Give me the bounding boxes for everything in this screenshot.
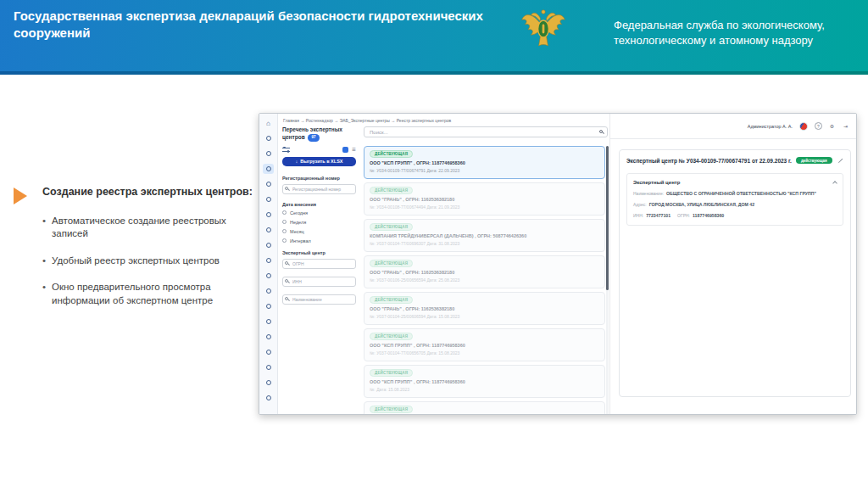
module-glyph xyxy=(266,212,271,217)
card-content: ДЕЙСТВУЮЩАЯООО "ГРАНЬ" , ОГРН: 116253638… xyxy=(370,187,599,210)
module-icon[interactable] xyxy=(263,148,274,159)
bullet-dot-icon: • xyxy=(42,215,46,241)
detail-label: Адрес: xyxy=(633,202,647,207)
radio-icon[interactable] xyxy=(282,220,287,224)
logout-icon[interactable]: ⇥ xyxy=(842,122,849,130)
expert-center-card[interactable]: ДЕЙСТВУЮЩАЯООО "КСП ГРУПП" , ОГРН: 11877… xyxy=(364,146,605,179)
feature-bullet-text: Окно предварительного просмотра информац… xyxy=(52,281,253,307)
module-icon[interactable] xyxy=(263,194,274,204)
expert-center-card[interactable]: ДЕЙСТВУЮЩАЯКОМПАНИЯ ТРЕЙДУНИВЕРСАЛ (ДАЛЬ… xyxy=(364,219,605,252)
scrollbar-thumb[interactable] xyxy=(606,146,609,290)
feature-bullet: •Окно предварительного просмотра информа… xyxy=(42,281,253,307)
list-view-icon[interactable]: ≡ xyxy=(352,147,356,153)
module-icon[interactable] xyxy=(263,362,274,372)
list-panel-title: Перечень экспертных центров 97 xyxy=(282,126,356,142)
card-meta: №: У034-00108-77/00674494 Дата: 21.09.20… xyxy=(370,204,599,210)
module-icon[interactable] xyxy=(263,179,274,189)
expert-center-card[interactable]: ДЕЙСТВУЮЩАЯООО "ГРАНЬ" , ОГРН: 116253638… xyxy=(364,255,605,288)
slide-title: Государственная экспертиза деклараций бе… xyxy=(14,8,522,41)
reg-number-input[interactable] xyxy=(282,184,356,194)
status-badge: действующая xyxy=(796,157,832,164)
card-name: ООО "КСП ГРУПП" , ОГРН: 1187746958360 xyxy=(370,379,599,384)
radio-label: Сегодня xyxy=(290,210,308,216)
list-scrollbar[interactable] xyxy=(606,146,609,415)
filter-field-wrap xyxy=(282,294,356,305)
home-icon[interactable]: ⌂ xyxy=(263,118,274,128)
reg-number-label: Регистрационный номер xyxy=(282,176,356,181)
module-icon[interactable] xyxy=(263,347,274,357)
card-status-badge: ДЕЙСТВУЮЩАЯ xyxy=(370,369,413,377)
module-icon[interactable] xyxy=(263,225,274,235)
radio-icon[interactable] xyxy=(282,229,287,233)
expert-center-filter-label: Экспертный центр xyxy=(282,250,356,255)
filter-input-огрн[interactable] xyxy=(282,259,356,269)
feature-heading: Создание реестра экспертных центров: xyxy=(42,185,253,199)
module-icon[interactable] xyxy=(263,271,274,281)
detail-section-title: Экспертный центр xyxy=(633,180,680,185)
card-meta: №: Дата: 15.08.2023 xyxy=(370,387,599,392)
module-icon[interactable] xyxy=(263,240,274,250)
radio-label: Месяц xyxy=(290,229,304,234)
detail-section-head[interactable]: Экспертный центр xyxy=(633,180,837,185)
expert-center-card[interactable]: ДЕЙСТВУЮЩАЯООО "ГРАНЬ" , ОГРН: 116253638… xyxy=(364,182,605,216)
module-icon[interactable] xyxy=(263,255,274,266)
module-icon[interactable] xyxy=(263,316,274,327)
search-input[interactable] xyxy=(364,126,608,137)
card-name: ООО "КСП ГРУПП" , ОГРН: 1187746958360 xyxy=(370,160,599,165)
feature-list: •Автоматическое создание реестровых запи… xyxy=(42,215,253,308)
module-icon[interactable] xyxy=(263,378,274,388)
card-name: КОМПАНИЯ ТРЕЙДУНИВЕРСАЛ (ДАЛЬЧЕНВ) , ОГР… xyxy=(370,233,599,238)
rostechnadzor-emblem xyxy=(519,4,568,53)
module-icon[interactable] xyxy=(263,301,274,311)
slide-header: Государственная экспертиза деклараций бе… xyxy=(0,0,868,71)
card-status-badge: ДЕЙСТВУЮЩАЯ xyxy=(370,296,413,304)
detail-label: Наименование: xyxy=(633,191,664,196)
date-option[interactable]: Месяц xyxy=(282,229,356,234)
expert-center-card[interactable]: ДЕЙСТВУЮЩАЯООО "ГРАНЬ" , ОГРН: 116253638… xyxy=(364,401,605,415)
filter-input-наименование[interactable] xyxy=(282,294,356,305)
detail-section: Экспертный центр Наименование:ОБЩЕСТВО С… xyxy=(626,173,843,226)
search-icon xyxy=(285,261,288,265)
search-icon xyxy=(285,187,288,190)
detail-row: Адрес:ГОРОД МОСКВА, УЛИЦА ЛЮБЛИНСКАЯ, ДО… xyxy=(633,202,837,207)
date-option[interactable]: Сегодня xyxy=(282,210,356,216)
breadcrumb[interactable]: Главная → Ростехнадзор → ЭАБ_Экспертные … xyxy=(283,118,451,123)
module-glyph xyxy=(266,350,271,355)
module-icon[interactable] xyxy=(263,133,274,143)
module-glyph xyxy=(266,380,271,385)
module-icon[interactable] xyxy=(263,164,274,174)
module-glyph xyxy=(266,304,271,309)
module-glyph xyxy=(266,319,271,324)
filter-input-инн[interactable] xyxy=(282,277,356,287)
expert-center-card[interactable]: ДЕЙСТВУЮЩАЯООО "КСП ГРУПП" , ОГРН: 11877… xyxy=(364,328,605,361)
card-content: ДЕЙСТВУЮЩАЯКОМПАНИЯ ТРЕЙДУНИВЕРСАЛ (ДАЛЬ… xyxy=(370,223,599,246)
detail-row: ИНН:7723477101ОГРН:1187746958360 xyxy=(633,213,837,218)
filter-sliders-icon[interactable] xyxy=(282,147,290,153)
radio-icon[interactable] xyxy=(282,238,287,243)
module-icon[interactable] xyxy=(263,332,274,342)
card-content: ДЕЙСТВУЮЩАЯООО "ГРАНЬ" , ОГРН: 116253638… xyxy=(370,296,599,319)
card-status-badge: ДЕЙСТВУЮЩАЯ xyxy=(370,187,413,194)
settings-icon[interactable]: ⚙ xyxy=(828,122,836,130)
avatar[interactable] xyxy=(799,122,808,131)
module-icon[interactable] xyxy=(263,286,274,296)
export-xlsx-button[interactable]: ↓ Выгрузить в XLSX xyxy=(282,157,356,166)
grid-view-icon[interactable] xyxy=(342,147,348,153)
module-icon[interactable] xyxy=(263,393,274,403)
expert-center-card[interactable]: ДЕЙСТВУЮЩАЯООО "ГРАНЬ" , ОГРН: 116253638… xyxy=(364,292,605,325)
module-icon[interactable] xyxy=(263,210,274,220)
date-option[interactable]: Интервал xyxy=(282,238,356,244)
expert-center-card[interactable]: ДЕЙСТВУЮЩАЯООО "КСП ГРУПП" , ОГРН: 11877… xyxy=(364,365,605,398)
feature-bullet-text: Удобный реестр экспертных центров xyxy=(52,255,220,268)
radio-icon[interactable] xyxy=(282,210,287,215)
count-badge: 97 xyxy=(308,134,319,141)
detail-value: 1187746958360 xyxy=(693,213,724,218)
date-option[interactable]: Неделя xyxy=(282,220,356,225)
edit-pencil-icon[interactable] xyxy=(837,158,843,164)
help-icon[interactable]: ? xyxy=(815,122,822,130)
app-screenshot: ⌂ Главная → Ростехнадзор → ЭАБ_Экспертны… xyxy=(259,113,857,415)
feature-bullet: •Удобный реестр экспертных центров xyxy=(42,255,253,268)
header-accent-strip xyxy=(0,71,868,75)
detail-row: Наименование:ОБЩЕСТВО С ОГРАНИЧЕННОЙ ОТВ… xyxy=(633,191,837,196)
module-glyph xyxy=(266,136,271,141)
